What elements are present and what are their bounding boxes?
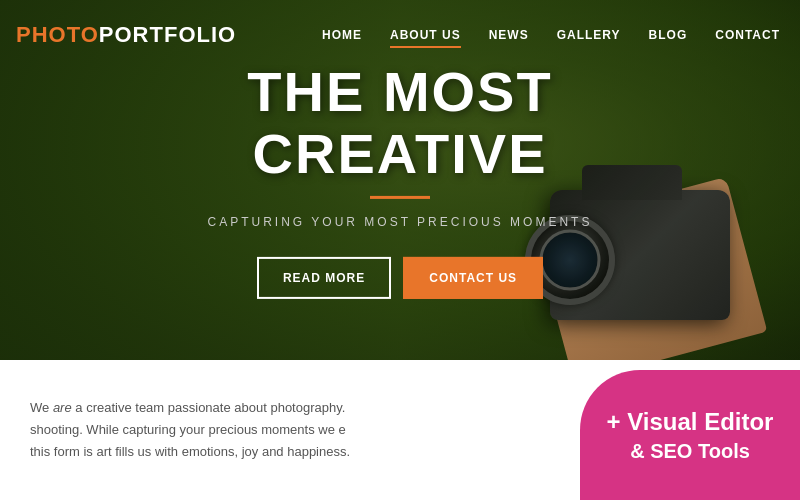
contact-us-button[interactable]: CONTACT US: [403, 257, 543, 299]
logo[interactable]: PHOTO PORTFOLIO: [16, 22, 236, 48]
header: PHOTO PORTFOLIO HOME ABOUT US NEWS GALLE…: [0, 0, 800, 70]
hero-subtitle: CAPTURING YOUR MOST PRECIOUS MOMENTS: [100, 215, 700, 229]
hero-buttons: READ MORE CONTACT US: [100, 257, 700, 299]
read-more-button[interactable]: READ MORE: [257, 257, 391, 299]
visual-editor-text: + Visual Editor & SEO Tools: [607, 406, 774, 463]
nav-about[interactable]: ABOUT US: [390, 28, 461, 42]
nav-active-indicator: [390, 46, 461, 48]
nav-blog[interactable]: BLOG: [649, 28, 688, 42]
hero-title: THE MOST CREATIVE: [100, 61, 700, 184]
hero-content: THE MOST CREATIVE CAPTURING YOUR MOST PR…: [100, 61, 700, 299]
nav-gallery[interactable]: GALLERY: [557, 28, 621, 42]
nav-home[interactable]: HOME: [322, 28, 362, 42]
visual-editor-badge[interactable]: + Visual Editor & SEO Tools: [580, 370, 800, 500]
bottom-text: We are a creative team passionate about …: [30, 397, 350, 463]
logo-portfolio: PORTFOLIO: [99, 22, 236, 48]
hero-divider: [370, 196, 430, 199]
main-nav: HOME ABOUT US NEWS GALLERY BLOG CONTACT: [322, 28, 780, 42]
nav-news[interactable]: NEWS: [489, 28, 529, 42]
logo-photo: PHOTO: [16, 22, 99, 48]
nav-contact[interactable]: CONTACT: [715, 28, 780, 42]
